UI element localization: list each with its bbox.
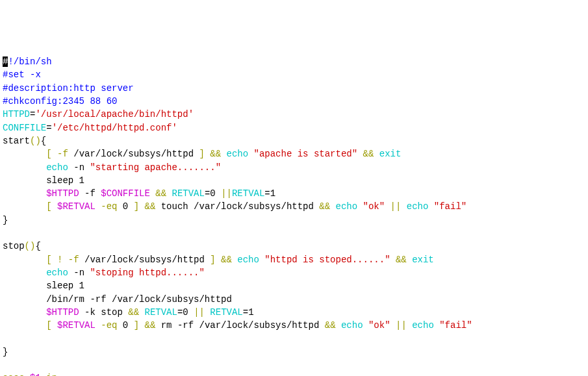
code-token xyxy=(3,307,46,318)
code-token: $RETVAL xyxy=(57,201,96,212)
code-token: $1 xyxy=(30,373,41,376)
code-token: () xyxy=(25,241,36,251)
code-line: sleep 1 xyxy=(3,279,585,292)
code-line xyxy=(3,227,585,240)
code-token: () xyxy=(30,136,41,146)
code-token xyxy=(3,320,46,331)
code-token xyxy=(3,188,46,199)
code-token xyxy=(3,149,46,159)
code-token: && xyxy=(150,188,172,199)
code-token: [ xyxy=(46,320,57,331)
code-token: && xyxy=(325,320,341,331)
code-line: HTTPD='/usr/local/apache/bin/httpd' xyxy=(3,108,585,121)
code-token: start xyxy=(3,136,30,146)
code-token: '/usr/local/apache/bin/httpd' xyxy=(35,109,194,119)
code-line: echo -n "stoping httpd......" xyxy=(3,266,585,279)
code-line: case $1 in xyxy=(3,371,585,376)
code-token: } xyxy=(3,347,8,357)
code-token: [ -f xyxy=(46,149,73,159)
code-token: } xyxy=(3,215,8,225)
code-token: sleep 1 xyxy=(3,281,84,291)
code-token: ] && xyxy=(134,201,161,212)
code-token: ] && xyxy=(199,149,226,159)
code-line: $HTTPD -k stop && RETVAL=0 || RETVAL=1 xyxy=(3,306,585,319)
code-token: #set -x xyxy=(3,69,41,80)
code-token: [ ! -f xyxy=(46,255,84,265)
code-token: !/bin/sh xyxy=(8,56,51,67)
code-token: HTTPD xyxy=(3,109,30,119)
code-token: echo xyxy=(336,201,363,212)
code-token: && xyxy=(128,307,144,318)
code-token: #description:http server xyxy=(3,83,134,94)
code-token: echo xyxy=(341,320,368,331)
code-token: || xyxy=(385,201,407,212)
code-token: "starting apache......." xyxy=(90,162,221,173)
shell-script-code: #!/bin/sh#set -x#description:http server… xyxy=(3,55,585,376)
code-token: =0 xyxy=(177,307,194,318)
code-token: echo xyxy=(237,255,264,265)
code-token: exit xyxy=(379,149,402,159)
code-line: #set -x xyxy=(3,68,585,81)
code-line: [ $RETVAL -eq 0 ] && rm -rf /var/lock/su… xyxy=(3,319,585,332)
code-token: && xyxy=(357,149,379,159)
code-token: -f xyxy=(79,188,101,199)
code-token: -n xyxy=(68,162,90,173)
code-line xyxy=(3,358,585,371)
code-line: stop(){ xyxy=(3,240,585,253)
code-token xyxy=(3,268,46,278)
code-token: "apache is started" xyxy=(254,149,358,159)
code-token: "ok" xyxy=(363,201,385,212)
code-token: && xyxy=(390,255,413,265)
code-token: in xyxy=(41,373,57,376)
code-token: = xyxy=(46,123,51,133)
code-token: -eq xyxy=(96,320,123,331)
code-token: ] && xyxy=(210,255,237,265)
code-token: /var/lock/subsys/httpd xyxy=(73,149,199,159)
code-token: ] && xyxy=(134,320,161,331)
code-token: -eq xyxy=(96,201,123,212)
code-token: echo xyxy=(46,162,68,173)
code-token: case xyxy=(3,373,30,376)
code-token: || xyxy=(221,188,232,199)
code-token: 0 xyxy=(123,201,134,212)
code-token: CONFFILE xyxy=(3,123,46,133)
code-token: =1 xyxy=(243,307,254,318)
code-token: echo xyxy=(412,320,439,331)
code-token: echo xyxy=(407,201,434,212)
code-line: start(){ xyxy=(3,134,585,147)
code-token: "httpd is stoped......" xyxy=(264,255,390,265)
code-token: RETVAL xyxy=(210,307,242,318)
code-token: =0 xyxy=(205,188,221,199)
code-token: #chkconfig:2345 88 60 xyxy=(3,96,117,107)
code-token xyxy=(3,201,46,212)
code-line: } xyxy=(3,214,585,227)
code-token: "fail" xyxy=(439,320,472,331)
code-line: [ ! -f /var/lock/subsys/httpd ] && echo … xyxy=(3,253,585,266)
code-token: || xyxy=(194,307,210,318)
code-line: [ $RETVAL -eq 0 ] && touch /var/lock/sub… xyxy=(3,200,585,213)
code-token xyxy=(3,255,46,265)
code-token: /var/lock/subsys/httpd xyxy=(84,255,210,265)
code-token: { xyxy=(41,136,46,146)
code-line: #chkconfig:2345 88 60 xyxy=(3,95,585,108)
code-token: -k stop xyxy=(79,307,129,318)
code-token: $RETVAL xyxy=(57,320,96,331)
code-token: touch /var/lock/subsys/httpd xyxy=(161,201,320,212)
code-line: [ -f /var/lock/subsys/httpd ] && echo "a… xyxy=(3,147,585,160)
code-line: } xyxy=(3,345,585,358)
code-token: "fail" xyxy=(434,201,467,212)
code-token: && xyxy=(319,201,335,212)
code-token: '/etc/httpd/httpd.conf' xyxy=(52,123,177,133)
code-token: -n xyxy=(68,268,90,278)
code-token: { xyxy=(35,241,40,251)
code-token: RETVAL xyxy=(232,188,264,199)
code-token xyxy=(3,162,46,173)
code-line: #description:http server xyxy=(3,82,585,95)
code-token: RETVAL xyxy=(172,188,204,199)
code-token: echo xyxy=(46,268,68,278)
code-token: [ xyxy=(46,201,57,212)
code-token: 0 xyxy=(123,320,134,331)
code-token: "stoping httpd......" xyxy=(90,268,204,278)
code-token: RETVAL xyxy=(144,307,177,318)
code-token: $HTTPD xyxy=(46,188,79,199)
